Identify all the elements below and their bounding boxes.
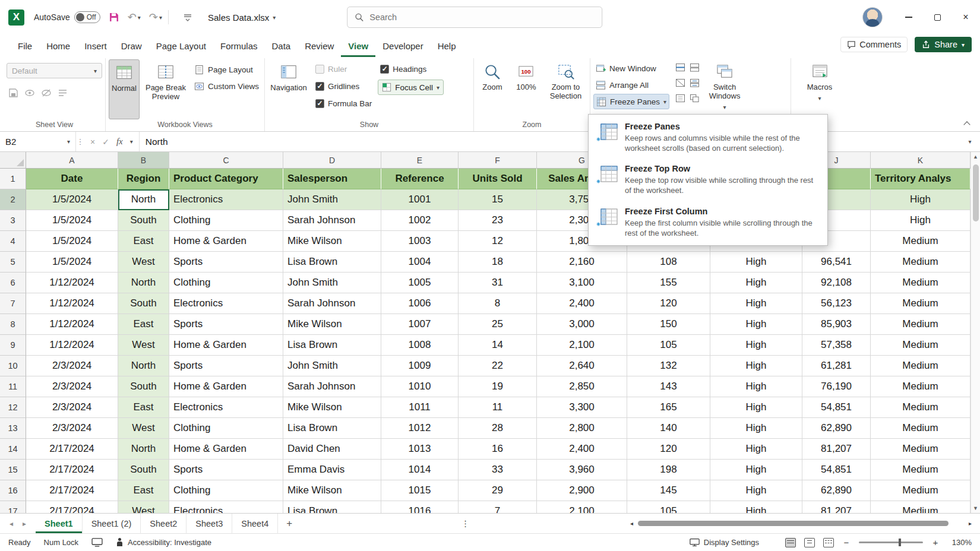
cell-F13[interactable]: 28 bbox=[459, 418, 537, 439]
zoom-100-button[interactable]: 100 100% bbox=[511, 59, 541, 119]
cell-C8[interactable]: Sports bbox=[169, 314, 283, 335]
sheet-view-dropdown[interactable]: Default ▾ bbox=[7, 63, 102, 78]
tab-help[interactable]: Help bbox=[431, 34, 463, 57]
row-header-12[interactable]: 12 bbox=[0, 397, 26, 418]
keep-sheet-view-icon[interactable] bbox=[8, 88, 18, 98]
cell-B17[interactable]: West bbox=[118, 501, 169, 513]
cell-K7[interactable]: Medium bbox=[871, 293, 970, 314]
cell-A13[interactable]: 2/3/2024 bbox=[26, 418, 118, 439]
cell-B9[interactable]: West bbox=[118, 335, 169, 356]
row-header-16[interactable]: 16 bbox=[0, 480, 26, 501]
cell-I15[interactable]: High bbox=[710, 460, 802, 480]
cell-F6[interactable]: 31 bbox=[459, 273, 537, 293]
sheet-tabs-more-icon[interactable]: ⋮ bbox=[455, 514, 476, 533]
cell-A14[interactable]: 2/17/2024 bbox=[26, 439, 118, 460]
column-header-B[interactable]: B bbox=[118, 152, 169, 169]
comments-button[interactable]: Comments bbox=[840, 37, 908, 52]
cell-F2[interactable]: 15 bbox=[459, 189, 537, 210]
cell-F1[interactable]: Units Sold bbox=[459, 169, 537, 189]
split-icon[interactable] bbox=[675, 63, 685, 72]
cell-K14[interactable]: Medium bbox=[871, 439, 970, 460]
normal-view-toggle[interactable] bbox=[785, 538, 796, 547]
cell-A2[interactable]: 1/5/2024 bbox=[26, 189, 118, 210]
cell-B10[interactable]: North bbox=[118, 356, 169, 376]
share-button[interactable]: Share ▾ bbox=[915, 37, 972, 52]
cell-J13[interactable]: 62,890 bbox=[802, 418, 871, 439]
cell-C1[interactable]: Product Category bbox=[169, 169, 283, 189]
cell-E13[interactable]: 1012 bbox=[381, 418, 459, 439]
row-header-14[interactable]: 14 bbox=[0, 439, 26, 460]
row-header-11[interactable]: 11 bbox=[0, 376, 26, 397]
cell-J7[interactable]: 56,123 bbox=[802, 293, 871, 314]
autosave-toggle[interactable]: Off bbox=[74, 11, 100, 23]
reset-window-position-icon[interactable] bbox=[690, 94, 700, 103]
cell-J8[interactable]: 85,903 bbox=[802, 314, 871, 335]
cell-J9[interactable]: 57,358 bbox=[802, 335, 871, 356]
zoom-slider-knob[interactable] bbox=[899, 539, 901, 546]
checkbox-ruler[interactable]: Ruler bbox=[313, 61, 374, 77]
menu-item-freeze-first-column[interactable]: Freeze First ColumnKeep the first column… bbox=[590, 201, 826, 243]
cell-I10[interactable]: High bbox=[710, 356, 802, 376]
cell-K3[interactable]: High bbox=[871, 210, 970, 231]
zoom-in-button[interactable]: + bbox=[931, 537, 940, 547]
cell-K6[interactable]: Medium bbox=[871, 273, 970, 293]
cell-C4[interactable]: Home & Garden bbox=[169, 231, 283, 252]
cell-F3[interactable]: 23 bbox=[459, 210, 537, 231]
tab-view[interactable]: View bbox=[341, 34, 375, 57]
cell-B8[interactable]: East bbox=[118, 314, 169, 335]
zoom-level[interactable]: 130% bbox=[948, 538, 972, 547]
row-header-7[interactable]: 7 bbox=[0, 293, 26, 314]
cell-C12[interactable]: Electronics bbox=[169, 397, 283, 418]
row-header-13[interactable]: 13 bbox=[0, 418, 26, 439]
exit-sheet-view-icon[interactable] bbox=[24, 88, 35, 98]
cell-E12[interactable]: 1011 bbox=[381, 397, 459, 418]
normal-view-button[interactable]: Normal bbox=[109, 59, 140, 119]
cell-I16[interactable]: High bbox=[710, 480, 802, 501]
cell-K10[interactable]: Medium bbox=[871, 356, 970, 376]
cell-E3[interactable]: 1002 bbox=[381, 210, 459, 231]
checkbox-gridlines[interactable]: ✓Gridlines bbox=[313, 78, 374, 94]
cell-H12[interactable]: 165 bbox=[627, 397, 710, 418]
cell-E9[interactable]: 1008 bbox=[381, 335, 459, 356]
cell-K4[interactable]: Medium bbox=[871, 231, 970, 252]
cell-H5[interactable]: 108 bbox=[627, 252, 710, 273]
cell-G14[interactable]: 2,400 bbox=[537, 439, 627, 460]
confirm-entry-button[interactable]: ✓ bbox=[102, 137, 109, 147]
row-header-9[interactable]: 9 bbox=[0, 335, 26, 356]
cell-I9[interactable]: High bbox=[710, 335, 802, 356]
tab-file[interactable]: File bbox=[11, 34, 39, 57]
cell-E8[interactable]: 1007 bbox=[381, 314, 459, 335]
cell-D4[interactable]: Mike Wilson bbox=[283, 231, 381, 252]
cell-K12[interactable]: Medium bbox=[871, 397, 970, 418]
cell-I17[interactable]: High bbox=[710, 501, 802, 513]
page-layout-button[interactable]: Page Layout bbox=[192, 62, 261, 77]
cell-I12[interactable]: High bbox=[710, 397, 802, 418]
cell-A12[interactable]: 2/3/2024 bbox=[26, 397, 118, 418]
cell-H16[interactable]: 145 bbox=[627, 480, 710, 501]
cell-B12[interactable]: East bbox=[118, 397, 169, 418]
tab-data[interactable]: Data bbox=[264, 34, 298, 57]
cell-J15[interactable]: 54,851 bbox=[802, 460, 871, 480]
unhide-window-icon[interactable] bbox=[675, 94, 685, 103]
arrange-all-button[interactable]: Arrange All bbox=[593, 77, 669, 93]
cell-G16[interactable]: 2,900 bbox=[537, 480, 627, 501]
focus-cell-button[interactable]: Focus Cell ▾ bbox=[378, 80, 444, 95]
cell-D9[interactable]: Lisa Brown bbox=[283, 335, 381, 356]
search-bar[interactable] bbox=[347, 7, 602, 28]
cell-A5[interactable]: 1/5/2024 bbox=[26, 252, 118, 273]
cell-F17[interactable]: 7 bbox=[459, 501, 537, 513]
cell-B2[interactable]: North bbox=[118, 189, 169, 210]
cell-K2[interactable]: High bbox=[871, 189, 970, 210]
cell-F15[interactable]: 33 bbox=[459, 460, 537, 480]
cell-D1[interactable]: Salesperson bbox=[283, 169, 381, 189]
cell-D15[interactable]: Emma Davis bbox=[283, 460, 381, 480]
page-layout-view-toggle[interactable] bbox=[804, 538, 815, 547]
cell-H8[interactable]: 150 bbox=[627, 314, 710, 335]
cell-C14[interactable]: Home & Garden bbox=[169, 439, 283, 460]
vertical-scroll-thumb[interactable] bbox=[973, 164, 979, 221]
cell-G17[interactable]: 2,100 bbox=[537, 501, 627, 513]
scroll-up-icon[interactable]: ▲ bbox=[971, 152, 980, 162]
tab-page-layout[interactable]: Page Layout bbox=[149, 34, 213, 57]
zoom-slider[interactable] bbox=[859, 542, 923, 543]
close-button[interactable]: × bbox=[951, 0, 980, 34]
